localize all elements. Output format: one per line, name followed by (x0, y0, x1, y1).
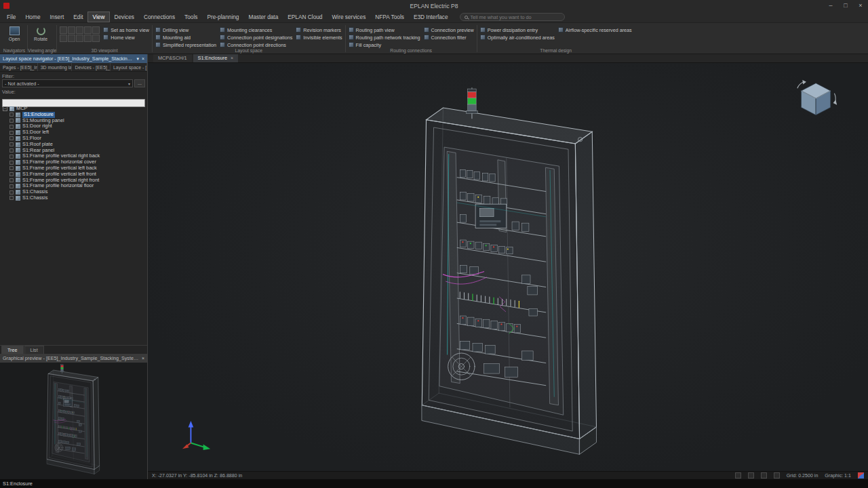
visibility-checkbox[interactable] (9, 119, 14, 123)
visibility-checkbox[interactable] (9, 190, 14, 195)
viewpoint-icon-9[interactable] (84, 35, 92, 42)
visibility-checkbox[interactable] (9, 166, 14, 170)
viewport-tab-s1-enclosure[interactable]: S1:Enclosure× (193, 54, 239, 62)
view-tab-tree[interactable]: Tree (1, 346, 24, 354)
viewpoint-icon-5[interactable] (92, 26, 100, 34)
menu-item-tools[interactable]: Tools (180, 12, 202, 22)
ribbon-toggle-set-as-home-view[interactable]: Set as home view (103, 26, 149, 33)
viewport-tabs: MCP&SCH/1S1:Enclosure× (148, 54, 868, 63)
viewpoint-icon-3[interactable] (76, 26, 83, 34)
viewpoint-icon-6[interactable] (60, 35, 67, 42)
statusbar: X: -27.0327 in Y: -85.8104 in Z: 86.8880… (148, 471, 868, 479)
menu-item-file[interactable]: File (2, 12, 20, 22)
visibility-checkbox[interactable] (9, 148, 14, 152)
menu-item-nfpa-tools[interactable]: NFPA Tools (370, 12, 409, 22)
search-box[interactable]: Tell me what you want to do (460, 13, 565, 21)
dock-tab-layout-space-e[interactable]: Layout space - [E... (111, 63, 147, 71)
menu-item-edit[interactable]: Edit (68, 12, 87, 22)
close-button[interactable]: × (853, 0, 868, 12)
ribbon-toggle-fill-capacity[interactable]: Fill capacity (349, 41, 420, 48)
visibility-checkbox[interactable] (9, 184, 14, 188)
dock-tab-3d-mounting-lay[interactable]: 3D mounting lay... (38, 63, 73, 71)
filter-select[interactable]: - Not activated - ▾ (2, 79, 133, 87)
menu-item-devices[interactable]: Devices (109, 12, 139, 22)
navigator-header: Layout space navigator - [EE5]_Industry_… (0, 54, 147, 63)
graphical-preview (0, 363, 147, 479)
ribbon-toggle-drilling-view[interactable]: Drilling view (155, 26, 216, 33)
panel-menu-icon[interactable]: ▾ (136, 54, 139, 63)
menu-item-master-data[interactable]: Master data (243, 12, 283, 22)
viewpoint-icon-2[interactable] (68, 26, 75, 34)
toggle-icon (480, 27, 486, 33)
menu-item-connections[interactable]: Connections (139, 12, 180, 22)
toggle-icon (424, 27, 429, 33)
ribbon-toggle-airflow-specific-reserved-areas[interactable]: Airflow-specific reserved areas (558, 26, 632, 33)
grid-toggle-icon[interactable] (748, 472, 754, 479)
collapse-icon[interactable]: − (3, 106, 7, 111)
ribbon-toggle-routing-path-view[interactable]: Routing path view (349, 26, 420, 33)
dock-tab-pages-ee5-ind[interactable]: Pages - [EE5]_Ind... (0, 63, 38, 71)
viewport-tab-mcp-sch-1[interactable]: MCP&SCH/1 (153, 54, 192, 62)
ribbon-toggle-connection-filter[interactable]: Connection filter (424, 34, 474, 41)
ribbon-toggle-invisible-elements[interactable]: Invisible elements (296, 34, 342, 41)
visibility-checkbox[interactable] (9, 136, 14, 140)
menu-item-pre-planning[interactable]: Pre-planning (202, 12, 243, 22)
ribbon-toggle-optimally-air-conditioned-areas[interactable]: Optimally air-conditioned areas (480, 34, 555, 41)
menu-item-eplan-cloud[interactable]: EPLAN Cloud (283, 12, 327, 22)
menu-item-view[interactable]: View (88, 12, 110, 22)
ribbon-toggle-simplified-representation[interactable]: Simplified representation (155, 41, 216, 48)
visibility-checkbox[interactable] (9, 155, 14, 159)
filter-more-button[interactable]: ... (134, 79, 145, 87)
minimize-button[interactable]: – (823, 0, 838, 12)
visibility-checkbox[interactable] (9, 142, 14, 146)
visibility-checkbox[interactable] (9, 125, 14, 129)
viewpoint-icon-1[interactable] (60, 26, 67, 34)
view-cube[interactable] (795, 79, 840, 124)
menu-item-e3d-interface[interactable]: E3D Interface (409, 12, 453, 22)
layer-icon[interactable] (774, 472, 780, 479)
menu-item-home[interactable]: Home (20, 12, 45, 22)
ribbon-toggle-power-dissipation-entry[interactable]: Power dissipation entry (480, 26, 555, 33)
ribbon-toggle-connection-preview[interactable]: Connection preview (424, 26, 474, 33)
application-window: EPLAN Electric P8 –□× FileHomeInsertEdit… (0, 0, 868, 488)
ribbon-toggle-mounting-clearances[interactable]: Mounting clearances (220, 26, 292, 33)
tree-root[interactable]: −MCP (0, 106, 147, 112)
visibility-checkbox[interactable] (9, 113, 14, 117)
ribbon-toggle-revision-markers[interactable]: Revision markers (296, 26, 342, 33)
panel-close-icon[interactable]: × (142, 54, 144, 63)
menu-item-insert[interactable]: Insert (45, 12, 69, 22)
viewport-column: MCP&SCH/1S1:Enclosure× (148, 54, 868, 479)
ribbon-toggle-connection-point-designations[interactable]: Connection point designations (220, 34, 292, 41)
ribbon-toggle-home-view[interactable]: Home view (103, 34, 149, 41)
visibility-checkbox[interactable] (9, 178, 14, 182)
part-icon (16, 172, 20, 177)
coordinate-system-icon[interactable] (735, 472, 741, 479)
viewpoint-icon-8[interactable] (76, 35, 83, 42)
viewpoint-icon-4[interactable] (84, 26, 92, 34)
close-icon[interactable]: × (231, 54, 233, 62)
ribbon-toggle-routing-path-network-tracking[interactable]: Routing path network tracking (349, 34, 420, 41)
ribbon-toggle-mounting-aid[interactable]: Mounting aid (155, 34, 216, 41)
tree-list-tabs: TreeList (0, 345, 147, 354)
tree-item-s1-chassis[interactable]: S1:Chassis (0, 195, 147, 201)
ribbon-toggle-connection-point-directions[interactable]: Connection point directions (220, 41, 292, 48)
visibility-checkbox[interactable] (9, 172, 14, 176)
snap-toggle-icon[interactable] (761, 472, 767, 479)
value-label: Value: (2, 89, 145, 95)
viewpoint-icon-10[interactable] (92, 35, 100, 42)
visibility-checkbox[interactable] (9, 196, 14, 200)
part-icon (16, 136, 20, 141)
viewpoint-icon-7[interactable] (68, 35, 75, 42)
navigator-panel: Layout space navigator - [EE5]_Industry_… (0, 54, 148, 479)
visibility-checkbox[interactable] (9, 161, 14, 165)
dock-tab-devices-ee5-in[interactable]: Devices - [EE5]_In... (72, 63, 111, 71)
ribbon-button-open[interactable]: Open (4, 24, 24, 41)
ribbon-button-rotate[interactable]: Rotate (31, 24, 51, 41)
grid-setting: Grid: 0.2500 in (787, 473, 818, 479)
viewport-3d[interactable] (148, 63, 868, 471)
view-tab-list[interactable]: List (24, 346, 44, 354)
visibility-checkbox[interactable] (9, 131, 14, 135)
maximize-button[interactable]: □ (838, 0, 853, 12)
menu-item-wire-services[interactable]: Wire services (328, 12, 371, 22)
preview-close-icon[interactable]: × (142, 354, 144, 363)
